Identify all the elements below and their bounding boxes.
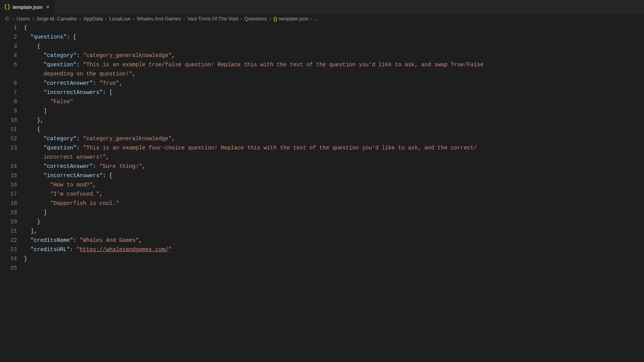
code-token: " <box>169 246 172 253</box>
url-link[interactable]: https://whalesandgames.com/ <box>80 246 169 253</box>
code-token: : [ <box>103 173 113 179</box>
line-number: 4 <box>0 51 17 60</box>
line-number: 2 <box>0 32 17 42</box>
chevron-right-icon: › <box>311 16 312 22</box>
chevron-right-icon: › <box>133 16 134 22</box>
breadcrumb-part[interactable]: LocalLow <box>109 16 130 22</box>
chevron-right-icon: › <box>240 16 242 22</box>
code-token: "True" <box>99 80 119 86</box>
code-token: "correctAnswer" <box>44 163 93 169</box>
code-token: : [ <box>103 89 113 96</box>
code-token: "This is an example four-choice question… <box>83 145 477 151</box>
code-token: "I'm confused." <box>50 191 99 197</box>
breadcrumb-part[interactable]: Vast Trivia Of The Void <box>187 16 238 22</box>
breadcrumb-part[interactable]: Jorge M. Carvalho <box>36 16 77 22</box>
breadcrumb-part[interactable]: C: <box>5 16 10 22</box>
code-token: "category_generalknowledge" <box>83 136 172 142</box>
line-number: 25 <box>0 263 17 273</box>
line-number: 24 <box>0 254 17 263</box>
code-token: "creditsName" <box>30 237 73 243</box>
line-number: 1 <box>0 23 17 32</box>
chevron-right-icon: › <box>32 16 34 22</box>
code-token: "incorrectAnswers" <box>44 173 103 179</box>
chevron-right-icon: › <box>79 16 81 22</box>
code-editor[interactable]: 1234567891011121314151617181920212223242… <box>0 23 644 362</box>
line-number: 22 <box>0 236 17 245</box>
code-token: ] <box>44 209 47 216</box>
line-number-gutter: 1234567891011121314151617181920212223242… <box>0 23 24 362</box>
line-number: 15 <box>0 171 17 180</box>
code-token: "This is an example true/false question!… <box>83 62 487 68</box>
code-token: { <box>37 126 40 132</box>
breadcrumb-part[interactable]: Questions <box>244 16 267 22</box>
line-number: 20 <box>0 217 17 226</box>
line-number: 16 <box>0 180 17 189</box>
line-number <box>0 69 17 79</box>
close-icon[interactable]: × <box>45 4 51 10</box>
line-number: 3 <box>0 42 17 51</box>
line-number: 17 <box>0 189 17 199</box>
code-token: "Whales And Games" <box>80 237 139 243</box>
line-number: 10 <box>0 116 17 125</box>
json-file-icon: {} <box>4 4 10 10</box>
code-token: : [ <box>67 34 77 40</box>
code-token: "False" <box>50 99 73 105</box>
line-number: 13 <box>0 143 17 153</box>
code-token: } <box>24 256 27 262</box>
line-number: 6 <box>0 79 17 88</box>
tab-bar: {} template.json × <box>0 0 644 14</box>
code-token: "Dapperfish is cool." <box>50 200 119 206</box>
code-token: "question" <box>44 62 76 68</box>
chevron-right-icon: › <box>105 16 107 22</box>
chevron-right-icon: › <box>13 16 14 22</box>
code-token: depending on the question!" <box>44 71 132 77</box>
tab-template-json[interactable]: {} template.json × <box>0 0 55 14</box>
code-token: { <box>37 43 40 49</box>
code-token: "Sure thing!" <box>99 163 142 169</box>
code-token: "incorrectAnswers" <box>44 89 103 96</box>
json-file-icon: {} <box>273 16 277 22</box>
breadcrumb-tail[interactable]: ... <box>315 16 319 22</box>
line-number: 23 <box>0 245 17 254</box>
line-number: 19 <box>0 208 17 217</box>
code-token: ] <box>44 108 47 114</box>
code-token: "correctAnswer" <box>44 80 93 86</box>
breadcrumb-part[interactable]: Users <box>17 16 30 22</box>
code-token: "question" <box>44 145 76 151</box>
code-token: "How to mod?" <box>50 182 93 188</box>
code-token: { <box>24 25 27 31</box>
tab-label: template.json <box>13 4 42 10</box>
chevron-right-icon: › <box>183 16 185 22</box>
code-token: } <box>37 219 40 225</box>
code-token: ], <box>30 228 37 234</box>
code-token: }, <box>37 117 44 123</box>
line-number <box>0 153 17 162</box>
code-token: "category_generalknowledge" <box>83 52 172 59</box>
code-content[interactable]: { "questions": [ { "category": "category… <box>24 23 644 362</box>
code-token: "category" <box>44 136 76 142</box>
line-number: 12 <box>0 134 17 143</box>
code-token: incorrect answers!" <box>44 154 106 160</box>
breadcrumb-part[interactable]: AppData <box>83 16 103 22</box>
line-number: 18 <box>0 199 17 208</box>
breadcrumb-file[interactable]: template.json <box>279 16 309 22</box>
line-number: 9 <box>0 106 17 116</box>
line-number: 5 <box>0 60 17 69</box>
line-number: 14 <box>0 162 17 171</box>
line-number: 11 <box>0 125 17 134</box>
line-number: 21 <box>0 226 17 236</box>
line-number: 8 <box>0 97 17 106</box>
chevron-right-icon: › <box>269 16 271 22</box>
code-token: "creditsURL" <box>30 246 70 253</box>
breadcrumb-part[interactable]: Whales And Games <box>137 16 181 22</box>
code-token: "questions" <box>30 34 67 40</box>
line-number: 7 <box>0 88 17 97</box>
breadcrumb[interactable]: C:› Users› Jorge M. Carvalho› AppData› L… <box>0 14 644 23</box>
code-token: " <box>76 246 80 253</box>
code-token: "category" <box>44 52 76 59</box>
